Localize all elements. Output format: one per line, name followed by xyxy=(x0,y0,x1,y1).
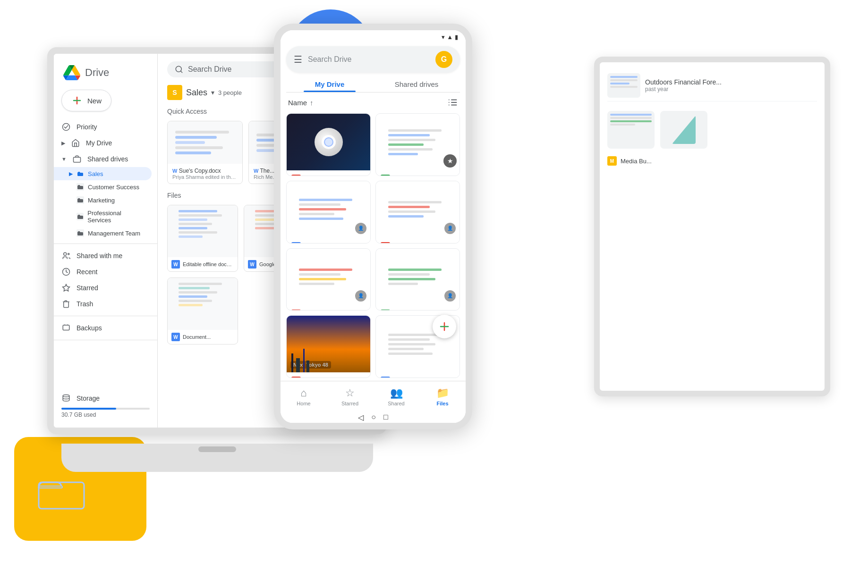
task-thumb: 👤 xyxy=(287,181,370,238)
phone-tabs: My Drive Shared drives xyxy=(286,76,460,92)
sidebar-item-shared-drives[interactable]: ▼ Shared drives xyxy=(54,151,152,167)
phone-file-card-worklist[interactable]: 👤 X Work List_01 ⋮ xyxy=(375,248,460,311)
phone-search-input[interactable]: Search Drive xyxy=(308,55,430,64)
astronaut-more-icon[interactable]: ⋮ xyxy=(357,174,366,176)
tab-my-drive[interactable]: My Drive xyxy=(286,76,373,92)
major-more-icon[interactable]: ⋮ xyxy=(446,242,455,244)
mydrive-icon xyxy=(71,138,80,148)
shared-with-me-icon xyxy=(61,251,71,260)
sidebar-divider-3 xyxy=(54,340,157,340)
sidebar-item-management-team[interactable]: ▶ Management Team xyxy=(54,227,152,240)
sidebar-item-sales[interactable]: ▶ Sales xyxy=(54,167,152,180)
sidebar-item-starred[interactable]: Starred xyxy=(54,280,152,296)
rp-cards-row xyxy=(607,111,817,149)
storage-section: Storage 30.7 GB used xyxy=(54,388,157,422)
sidebar-item-trash[interactable]: Trash xyxy=(54,296,152,312)
svg-point-5 xyxy=(63,124,70,131)
professional-services-folder-icon xyxy=(77,213,84,220)
sales-label: Sales xyxy=(88,170,103,177)
phone-file-card-tokyo[interactable]: Next Tokyo 48 ▶ Next Tokyo 48 ⋮ xyxy=(286,315,371,378)
gantt-more-icon[interactable]: ⋮ xyxy=(446,174,455,176)
file-card-3[interactable]: W Document... xyxy=(167,277,238,344)
plain-more-icon[interactable]: ⋮ xyxy=(446,376,455,378)
worklist-more-icon[interactable]: ⋮ xyxy=(446,309,455,311)
nav-starred[interactable]: ☆ Starred xyxy=(327,385,373,408)
hamburger-icon[interactable]: ☰ xyxy=(294,54,302,65)
starred-label: Starred xyxy=(77,284,98,292)
back-button[interactable]: ◁ xyxy=(358,413,364,422)
trash-icon xyxy=(61,299,71,309)
marketing-label: Marketing xyxy=(88,197,115,204)
phone-file-card-gantt[interactable]: ★ + Gantt chart xyxy=(375,113,460,176)
storage-icon xyxy=(61,394,71,403)
svg-rect-1 xyxy=(39,486,62,488)
recents-button[interactable]: □ xyxy=(383,413,388,422)
home-button[interactable]: ○ xyxy=(371,413,376,422)
phone-file-card-task[interactable]: 👤 W Task details xyxy=(286,181,371,244)
phone-search-bar[interactable]: ☰ Search Drive G xyxy=(286,46,460,73)
tokyo-file-icon: ▶ xyxy=(291,377,301,378)
mydoc-more-icon[interactable]: ⋮ xyxy=(357,309,366,311)
file-card-1[interactable]: W Editable offline docu... xyxy=(167,205,238,272)
svg-point-7 xyxy=(64,252,67,255)
storage-item[interactable]: Storage xyxy=(61,392,144,405)
customer-success-label: Customer Success xyxy=(88,184,139,191)
mydoc-card-info: P My Document ⋮ xyxy=(287,305,370,311)
astronaut-circle xyxy=(315,128,343,156)
rp-meta-1: past year xyxy=(645,86,817,92)
recent-label: Recent xyxy=(77,268,97,276)
backups-label: Backups xyxy=(77,324,102,332)
right-panel: Outdoors Financial Fore... past year xyxy=(594,57,830,396)
nav-files[interactable]: 📁 Files xyxy=(419,385,466,408)
rp-card-2[interactable] xyxy=(660,111,707,149)
rp-file-item-1[interactable]: Outdoors Financial Fore... past year xyxy=(607,70,817,101)
shared-with-me-label: Shared with me xyxy=(77,252,122,260)
sidebar-item-shared-with-me[interactable]: Shared with me xyxy=(54,248,152,264)
fab-button[interactable] xyxy=(433,315,456,338)
new-button[interactable]: New xyxy=(61,90,111,111)
sidebar-item-priority[interactable]: Priority xyxy=(54,119,152,135)
excel-file-icon: X xyxy=(381,310,390,311)
tab-shared-drives[interactable]: Shared drives xyxy=(373,76,460,92)
shared-drives-expand-icon: ▼ xyxy=(61,156,67,162)
status-icons: ▾ ▲ ▮ xyxy=(442,34,458,41)
sidebar-item-customer-success[interactable]: ▶ Customer Success xyxy=(54,180,152,193)
qa-card-1[interactable]: W Sue's Copy.docx Priya Sharma edited in… xyxy=(167,121,243,184)
name-sort[interactable]: Name ↑ xyxy=(288,99,314,107)
management-team-label: Management Team xyxy=(88,230,140,237)
sales-expand-icon: ▶ xyxy=(69,171,73,177)
sidebar-item-marketing[interactable]: ▶ Marketing xyxy=(54,193,152,207)
new-button-label: New xyxy=(87,97,102,105)
nav-home[interactable]: ⌂ Home xyxy=(281,385,327,408)
laptop-notch xyxy=(198,446,236,452)
nav-shared[interactable]: 👥 Shared xyxy=(373,385,419,408)
file-icon-doc: W xyxy=(171,260,180,269)
file-card-3-preview xyxy=(168,278,238,330)
task-avatar-badge: 👤 xyxy=(354,222,367,235)
mydoc-card-left: P My Document xyxy=(291,310,341,311)
starred-icon xyxy=(61,283,71,293)
task-more-icon[interactable]: ⋮ xyxy=(357,242,366,244)
sidebar-item-recent[interactable]: Recent xyxy=(54,264,152,280)
sidebar-item-mydrive[interactable]: ▶ My Drive xyxy=(54,135,152,151)
rp-card-1[interactable] xyxy=(607,111,655,149)
svg-line-16 xyxy=(180,71,182,72)
sidebar-item-backups[interactable]: Backups xyxy=(54,320,152,336)
rp-name-1: Outdoors Financial Fore... xyxy=(645,78,817,86)
qa-card-1-name: W Sue's Copy.docx xyxy=(172,168,238,174)
gantt-star-badge: ★ xyxy=(443,154,457,168)
phone-file-card-mydoc[interactable]: 👤 P My Document ⋮ xyxy=(286,248,371,311)
sales-drive-avatar: S xyxy=(167,85,182,100)
sidebar-item-professional-services[interactable]: ▶ Professional Services xyxy=(54,207,152,227)
name-bar: Name ↑ xyxy=(281,92,466,110)
mydrive-expand-icon: ▶ xyxy=(61,140,65,146)
new-plus-icon xyxy=(71,95,83,106)
list-view-icon[interactable] xyxy=(448,97,458,108)
tokyo-more-icon[interactable]: ⋮ xyxy=(357,376,366,378)
mydrive-label: My Drive xyxy=(86,139,112,147)
phone-file-card-major[interactable]: 👤 PDF Major opportu... ⋮ xyxy=(375,181,460,244)
battery-icon: ▮ xyxy=(455,34,458,41)
plain-card-info: W ⋮ xyxy=(376,372,460,378)
drive-logo-text: Drive xyxy=(85,67,109,79)
phone-file-card-astronaut[interactable]: ▶ astronaut.jpg ⋮ xyxy=(286,113,371,176)
